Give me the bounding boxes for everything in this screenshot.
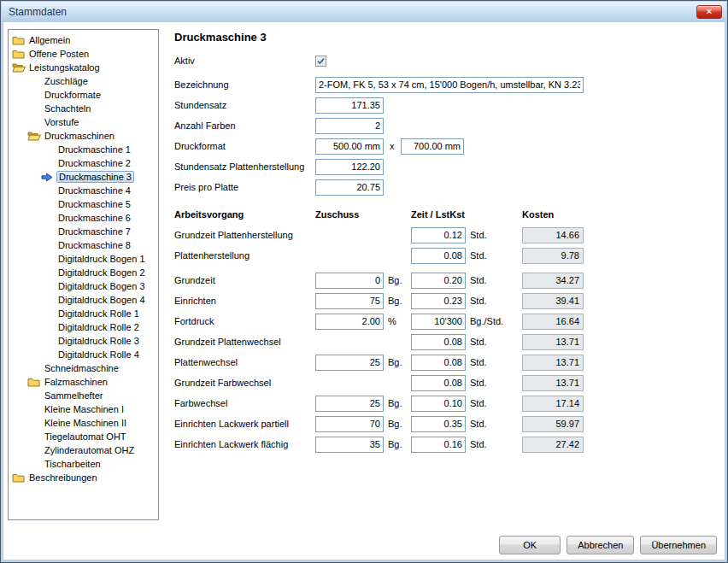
tree-item-digitaldruck-rolle-4[interactable]: Digitaldruck Rolle 4 xyxy=(9,348,158,361)
kosten-value: 13.71 xyxy=(522,334,584,350)
footer: OK Abbrechen Übernehmen xyxy=(499,536,717,554)
tree-item-label: Digitaldruck Bogen 1 xyxy=(56,254,147,264)
tree-item-digitaldruck-rolle-1[interactable]: Digitaldruck Rolle 1 xyxy=(9,307,158,320)
stundensatz-plattenherstellung-input[interactable] xyxy=(315,159,384,175)
tree-item-druckmaschine-8[interactable]: Druckmaschine 8 xyxy=(9,238,158,252)
work-row-label: Grundzeit Plattenwechsel xyxy=(174,337,315,347)
zeit-input[interactable] xyxy=(411,314,466,330)
zuschuss-input[interactable] xyxy=(315,355,384,371)
tree-item-zylinderautomat-ohz[interactable]: Zylinderautomat OHZ xyxy=(9,443,158,457)
tree-item-label: Digitaldruck Rolle 2 xyxy=(56,322,141,332)
zuschuss-input[interactable] xyxy=(315,293,384,309)
header-zuschuss: Zuschuss xyxy=(315,209,384,220)
zeit-input[interactable] xyxy=(411,273,466,289)
tree-item-digitaldruck-bogen-4[interactable]: Digitaldruck Bogen 4 xyxy=(9,293,158,307)
checkmark-icon xyxy=(316,56,326,66)
stammdaten-dialog: Stammdaten ✕ AllgemeinOffene PostenLeist… xyxy=(0,0,728,563)
folder-icon xyxy=(12,472,27,483)
tree-item-zuschläge[interactable]: Zuschläge xyxy=(9,74,158,88)
tree-item-label: Zylinderautomat OHZ xyxy=(43,445,136,455)
zeit-input[interactable] xyxy=(411,334,466,350)
tree-item-schneidmaschine[interactable]: Schneidmaschine xyxy=(9,361,158,375)
tree-item-label: Digitaldruck Bogen 3 xyxy=(56,281,147,291)
tree-item-druckmaschine-3[interactable]: Druckmaschine 3 xyxy=(9,170,158,184)
zeit-input[interactable] xyxy=(411,437,466,453)
tree-item-label: Digitaldruck Bogen 4 xyxy=(56,295,147,305)
tree-item-druckmaschine-7[interactable]: Druckmaschine 7 xyxy=(9,225,158,238)
tree-item-offene-posten[interactable]: Offene Posten xyxy=(9,47,158,61)
tree-item-label: Allgemein xyxy=(27,35,72,45)
zuschuss-input[interactable] xyxy=(315,416,384,432)
zuschuss-unit-label: Bg. xyxy=(384,398,411,408)
ok-button[interactable]: OK xyxy=(499,536,561,554)
zeit-unit-label: Bg./Std. xyxy=(466,316,522,326)
tree-item-vorstufe[interactable]: Vorstufe xyxy=(9,115,158,129)
preis-pro-platte-label: Preis pro Platte xyxy=(174,182,315,192)
tree-item-kleine-maschinen-ii[interactable]: Kleine Maschinen II xyxy=(9,416,158,430)
tree-item-kleine-maschinen-i[interactable]: Kleine Maschinen I xyxy=(9,402,158,416)
work-row: Einrichten Lackwerk flächigBg.Std.27.42 xyxy=(174,434,584,455)
tree-item-falzmaschinen[interactable]: Falzmaschinen xyxy=(9,375,158,389)
tree-item-sammelhefter[interactable]: Sammelhefter xyxy=(9,389,158,402)
titlebar: Stammdaten ✕ xyxy=(2,2,726,22)
work-row: PlattenherstellungStd.9.78 xyxy=(174,245,584,266)
tree-item-tiegelautomat-oht[interactable]: Tiegelautomat OHT xyxy=(9,430,158,443)
tree-item-allgemein[interactable]: Allgemein xyxy=(9,33,158,47)
work-row: GrundzeitBg.Std.34.27 xyxy=(174,270,584,290)
zuschuss-input[interactable] xyxy=(315,396,384,412)
work-row: Grundzeit PlattenwechselStd.13.71 xyxy=(174,331,584,352)
druckformat-hoehe-input[interactable] xyxy=(401,138,464,155)
tree-panel: AllgemeinOffene PostenLeistungskatalogZu… xyxy=(8,29,159,520)
zeit-input[interactable] xyxy=(411,248,466,264)
tree-item-druckmaschine-4[interactable]: Druckmaschine 4 xyxy=(9,184,158,197)
tree-item-digitaldruck-rolle-2[interactable]: Digitaldruck Rolle 2 xyxy=(9,320,158,334)
zuschuss-input[interactable] xyxy=(315,437,384,453)
tree-item-druckmaschine-1[interactable]: Druckmaschine 1 xyxy=(9,143,158,156)
kosten-value: 27.42 xyxy=(522,437,584,453)
stundensatz-input[interactable] xyxy=(315,97,384,114)
tree-item-label: Druckmaschine 8 xyxy=(56,240,132,250)
preis-pro-platte-input[interactable] xyxy=(315,179,384,196)
header-zeit-lstkst: Zeit / LstKst xyxy=(411,209,522,220)
zuschuss-input[interactable] xyxy=(315,314,384,330)
tree-item-leistungskatalog[interactable]: Leistungskatalog xyxy=(9,61,158,74)
anzahl-farben-input[interactable] xyxy=(315,118,384,134)
zeit-input[interactable] xyxy=(411,227,466,243)
aktiv-checkbox[interactable] xyxy=(315,56,326,67)
dialog-body: AllgemeinOffene PostenLeistungskatalogZu… xyxy=(3,22,725,560)
zeit-input[interactable] xyxy=(411,355,466,371)
tree-item-digitaldruck-rolle-3[interactable]: Digitaldruck Rolle 3 xyxy=(9,334,158,348)
close-button[interactable]: ✕ xyxy=(696,5,722,19)
uebernehmen-button[interactable]: Übernehmen xyxy=(640,536,717,554)
tree-item-label: Digitaldruck Bogen 2 xyxy=(56,267,147,278)
tree-item-digitaldruck-bogen-1[interactable]: Digitaldruck Bogen 1 xyxy=(9,252,158,266)
tree-item-druckmaschine-2[interactable]: Druckmaschine 2 xyxy=(9,156,158,170)
druckformat-breite-input[interactable] xyxy=(315,138,384,155)
tree-item-druckmaschinen[interactable]: Druckmaschinen xyxy=(9,129,158,143)
bezeichnung-input[interactable] xyxy=(315,77,584,93)
zuschuss-input[interactable] xyxy=(315,273,384,289)
tree-item-label: Digitaldruck Rolle 4 xyxy=(56,349,141,360)
zeit-input[interactable] xyxy=(411,396,466,412)
tree-item-tischarbeiten[interactable]: Tischarbeiten xyxy=(9,457,158,471)
abbrechen-button[interactable]: Abbrechen xyxy=(567,536,634,554)
tree-item-druckformate[interactable]: Druckformate xyxy=(9,88,158,102)
work-row-label: Grundzeit Farbwechsel xyxy=(174,378,315,388)
header-kosten: Kosten xyxy=(522,209,584,220)
zeit-input[interactable] xyxy=(411,293,466,309)
tree-item-beschreibungen[interactable]: Beschreibungen xyxy=(9,471,158,484)
tree-item-digitaldruck-bogen-2[interactable]: Digitaldruck Bogen 2 xyxy=(9,266,158,279)
work-row-label: Plattenherstellung xyxy=(174,250,315,261)
tree-item-label: Leistungskatalog xyxy=(27,62,102,73)
zeit-unit-label: Std. xyxy=(466,250,522,261)
tree-item-digitaldruck-bogen-3[interactable]: Digitaldruck Bogen 3 xyxy=(9,279,158,293)
zeit-unit-label: Std. xyxy=(466,378,522,388)
tree-item-druckmaschine-5[interactable]: Druckmaschine 5 xyxy=(9,197,158,211)
zeit-input[interactable] xyxy=(411,375,466,391)
work-row-label: Grundzeit Plattenherstellung xyxy=(174,230,315,240)
zeit-unit-label: Std. xyxy=(466,419,522,429)
tree-item-druckmaschine-6[interactable]: Druckmaschine 6 xyxy=(9,211,158,225)
field-row: Preis pro Platte xyxy=(174,177,584,197)
zeit-input[interactable] xyxy=(411,416,466,432)
tree-item-schachteln[interactable]: Schachteln xyxy=(9,102,158,115)
